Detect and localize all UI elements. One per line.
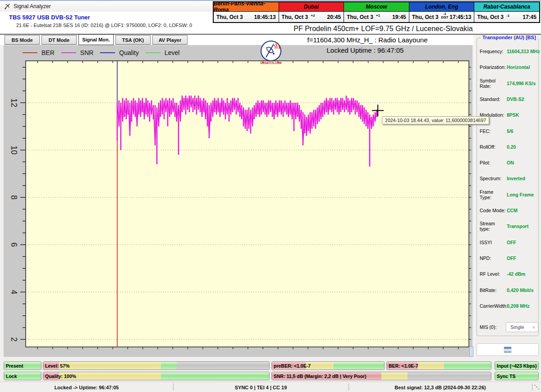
transponder-value: OFF [507,240,516,245]
transponder-row-8: Spectrum:Inverted [480,173,537,183]
transponder-row-1: Polarization:Horizontal [480,62,537,72]
chevron-down-icon: ∨ [532,325,535,329]
clock-time-value: 17:45 [523,14,536,20]
transponder-value: Long Frame [507,192,534,197]
clock-city-3: London, Eng [409,2,474,11]
transponder-label: ISSYI [480,240,506,245]
site-info: PF Prodelin 450cm+ LOF=9.75 GHz / Lucene… [289,25,478,33]
dxsatcs-logo: DXSATCS.COM [257,40,284,66]
legend-swatch-snr [61,52,76,53]
transponder-value: DVB-S2 [507,96,524,102]
status-bar-present: Present [4,361,41,370]
transponder-label: Standard: [480,96,506,102]
transponder-row-3: Standard:DVB-S2 [480,94,537,104]
transponder-groupbox: Transponder (AU) [BS] MIS (0): Single ∨ … [477,38,539,336]
mis-label: MIS (0): [480,324,506,330]
transponder-value: ON [507,160,514,165]
y-axis-label: 4 [9,290,18,294]
legend-item-level: Level [146,49,179,56]
statusbar-section-1: SYNC 0 | TEI 4 | CC 19 [173,382,348,392]
transponder-value: 8PSK [507,112,519,118]
transponder-value: 0.20 [507,144,516,150]
status-bar-level: Level: 57% [43,361,270,370]
transponder-label: Stream type: [480,221,506,232]
tab-av-player[interactable]: AV Player [152,35,188,45]
transponder-label: FEC: [480,128,506,134]
clock-time-1: Thu, Oct 3+220:45 [279,12,344,22]
bar-segment-yellow [381,372,408,380]
transponder-label: Frame Type: [480,189,506,200]
clock-time-row: Thu, Oct 318:45:13Thu, Oct 3+220:45Thu, … [214,11,539,22]
status-bar-snr: SNR: 11,5 dB (Margin: 2,2 dB | Very Poor… [271,372,491,380]
clock-date: Thu, Oct 3 [347,14,373,20]
clock-utc-offset: +2 [311,14,315,18]
transponder-value: -42 dBm [507,271,525,277]
tab-bs-mode[interactable]: BS Mode [5,35,40,45]
transponder-value: 0,208 MHz [507,303,530,309]
tab-signal-mon[interactable]: Signal Mon. [78,34,114,45]
app-icon [4,3,10,9]
y-axis-label: 6 [9,242,18,247]
tab-tsa-ok[interactable]: TSA (OK) [115,35,151,45]
status-bar-label: preBER: <1.0E-7 [274,362,311,369]
mis-selected-value: Single [510,324,524,330]
resize-grip-icon[interactable]: ⋱ [534,383,540,390]
transponder-row-6: RollOff:0.20 [480,142,537,152]
chart-legend: BERSNRQualityLevel [23,49,186,56]
tuner-name: TBS 5927 USB DVB-S2 Tuner [9,14,90,21]
status-bar-label: Lock [6,372,17,380]
transponder-title: Transponder (AU) [BS] [481,35,538,40]
mis-select[interactable]: Single ∨ [506,322,538,332]
signal-plot[interactable]: 12108642 [4,45,472,357]
transponder-value: 5/6 [507,128,513,134]
bar-segment-yellow [418,362,444,369]
transponder-label: Code Mode: [480,208,506,213]
transponder-row-9: Frame Type:Long Frame [480,190,537,200]
chart-scrollbar-thumb[interactable] [469,346,473,357]
clock-utc-offset: -1DST [441,12,448,19]
world-clocks: Berlin-Paris-Vienna-RomaDubaiMoscowLondo… [213,1,540,23]
legend-label: BER [41,49,55,56]
clock-city-1: Dubai [279,2,344,11]
legend-swatch-quality [100,52,115,53]
status-bar-label: Input (~423 Kbps) [497,362,536,369]
legend-label: Level [165,49,179,56]
status-bar-label: Quality: 100% [45,372,76,380]
tab-dt-mode[interactable]: DT Mode [41,35,77,45]
transponder-label: NPD: [480,255,506,261]
clock-date: Thu, Oct 3 [282,14,308,20]
legend-swatch-level [146,52,160,53]
clock-time-value: 19:45 [392,14,406,20]
bar-segment-green [334,362,384,369]
clock-city-0: Berlin-Paris-Vienna-Roma [214,2,279,11]
clock-header-row: Berlin-Paris-Vienna-RomaDubaiMoscowLondo… [214,2,539,11]
chart-area: 12108642 BERSNRQualityLevel [4,45,472,357]
clock-time-value: 20:45 [327,14,341,20]
statusbar-separator [532,383,532,391]
transponder-row-12: ISSYIOFF [480,237,537,247]
mis-row: MIS (0): Single ∨ [480,322,537,332]
status-bar-preber: preBER: <1.0E-7 [271,361,385,370]
transponder-value: 0,420 Mbit/s [507,287,534,293]
status-bar-syncts: Sync TS [495,372,539,380]
legend-label: SNR [80,49,94,56]
status-bar-ber: BER: <1.0E-7 [386,361,491,370]
plot-area[interactable] [26,61,469,347]
transponder-row-16: CarrierWidth:0,208 MHz [480,301,537,311]
clock-time-value: 17:45:13 [449,14,471,20]
status-bar-input: Input (~423 Kbps) [495,361,539,370]
transponder-row-2: Symbol Rate:174,996 KS/s [480,78,537,88]
bar-segment-green [444,362,491,369]
statusbar-separator [173,383,174,391]
legend-item-ber: BER [23,49,55,56]
signal-analyzer-window: Signal Analyzer TBS 5927 USB DVB-S2 Tune… [0,0,541,392]
window-title: Signal Analyzer [14,3,51,9]
clock-time-value: 18:45:13 [254,14,276,20]
transponder-label: Pilot: [480,160,506,165]
transponder-value: OFF [507,255,516,261]
status-bar-label: Present [6,362,23,369]
transponder-row-14: RF Level:-42 dBm [480,269,537,279]
bar-segment-gray [177,362,269,369]
transponder-row-5: FEC:5/6 [480,126,537,136]
save-button[interactable] [477,343,539,356]
